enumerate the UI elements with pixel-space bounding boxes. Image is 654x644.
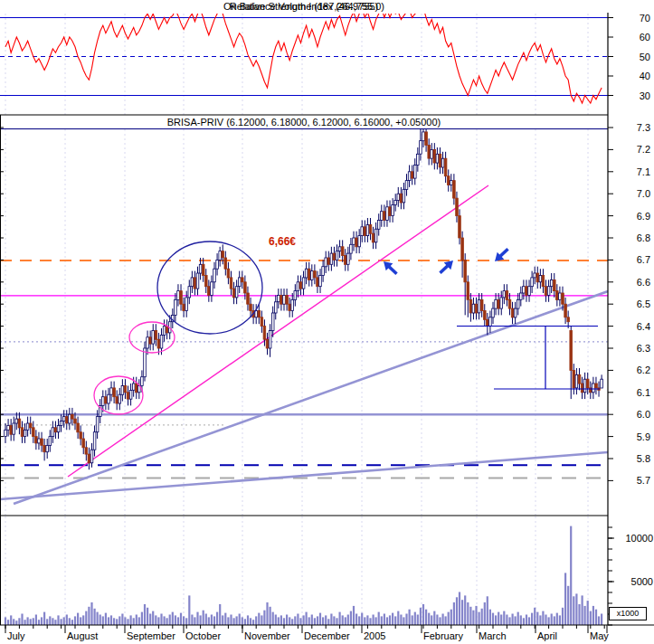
price-ytick-label: 6.1 xyxy=(637,387,650,398)
month-label-august: August xyxy=(67,630,98,641)
price-ytick-label: 6.4 xyxy=(637,321,650,332)
indicator-ytick-label: 40 xyxy=(640,71,650,81)
month-label-may: May xyxy=(590,630,609,641)
month-label-april: April xyxy=(537,630,557,641)
price-ytick-label: 5.8 xyxy=(637,453,650,464)
price-ytick-label: 6.5 xyxy=(637,298,650,309)
price-ytick-label: 5.9 xyxy=(637,431,650,442)
price-ytick-label: 6.7 xyxy=(637,254,650,265)
volume-ytick-label: 5000 xyxy=(631,576,653,587)
month-label-february: February xyxy=(423,630,463,641)
price-ytick-label: 7.3 xyxy=(637,122,650,133)
arrow-test-2 xyxy=(439,260,453,274)
month-label-september: September xyxy=(127,630,175,641)
price-ytick-label: 6.2 xyxy=(637,365,650,375)
month-label-october: October xyxy=(185,630,221,641)
month-label-november: November xyxy=(244,630,290,641)
month-label-july: July xyxy=(7,630,25,641)
volume-units-label: x1000 xyxy=(609,607,647,620)
volume-series xyxy=(5,526,602,625)
volume-ytick-label: 10000 xyxy=(625,533,653,544)
price-ytick-label: 7.1 xyxy=(637,166,650,177)
price-ytick-label: 6.6 xyxy=(637,277,650,288)
month-label-2005: 2005 xyxy=(364,630,385,641)
indicator-ytick-label: 60 xyxy=(640,32,650,43)
indicator-line xyxy=(5,8,602,103)
arrow-test-1 xyxy=(384,261,398,275)
price-ytick-label: 6.8 xyxy=(637,232,650,243)
month-label-march: March xyxy=(479,630,507,641)
month-label-december: December xyxy=(304,630,350,641)
price-ytick-label: 6.9 xyxy=(637,211,650,222)
indicator-ytick-label: 70 xyxy=(640,13,650,24)
indicator-ytick-label: 50 xyxy=(640,52,650,62)
price-ytick-label: 7.0 xyxy=(637,188,650,199)
candlestick-series xyxy=(5,123,603,469)
price-ytick-label: 7.2 xyxy=(637,144,650,155)
price-ytick-label: 6.3 xyxy=(637,343,650,354)
price-ytick-label: 6.0 xyxy=(637,409,650,420)
metastock-chart-window: 70605040307.37.27.17.06.96.86.76.66.56.4… xyxy=(0,0,654,644)
indicator-ytick-label: 30 xyxy=(640,90,650,101)
resistance-price-label: 6,66€ xyxy=(269,235,296,248)
chart-canvas: 70605040307.37.27.17.06.96.86.76.66.56.4… xyxy=(0,0,654,644)
arrow-test-3 xyxy=(495,248,509,261)
price-ytick-label: 5.7 xyxy=(637,475,650,486)
